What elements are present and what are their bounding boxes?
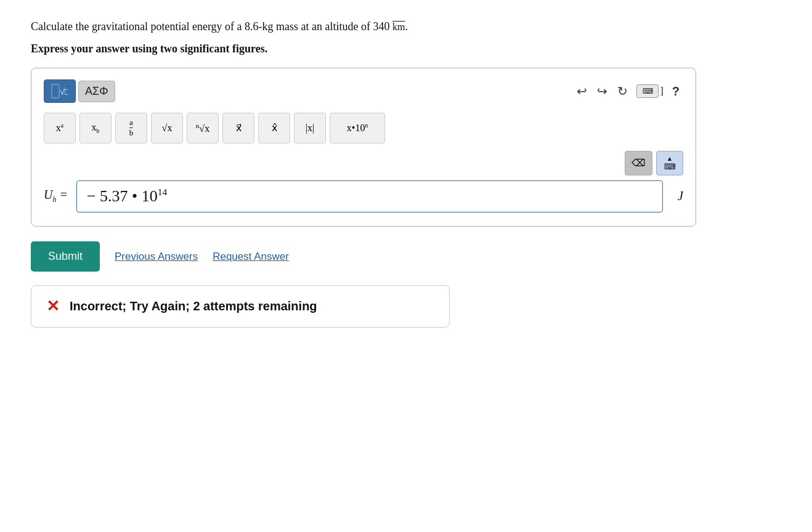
math-buttons-row: xa xb a b √x n√x x⃗ x̂ bbox=[44, 113, 683, 143]
answer-input[interactable]: − 5.37 • 1014 bbox=[76, 180, 663, 213]
refresh-icon: ↻ bbox=[617, 84, 628, 98]
request-answer-button[interactable]: Request Answer bbox=[213, 251, 289, 263]
hat-label: x̂ bbox=[272, 122, 277, 134]
backspace-icon: ⌫ bbox=[631, 157, 646, 169]
sci-notation-button[interactable]: x•10n bbox=[330, 113, 385, 143]
refresh-button[interactable]: ↻ bbox=[614, 81, 631, 101]
math-icon: √□ bbox=[51, 84, 68, 99]
subscript-button[interactable]: xb bbox=[79, 113, 112, 143]
undo-button[interactable]: ↩ bbox=[573, 81, 591, 101]
result-message: Incorrect; Try Again; 2 attempts remaini… bbox=[70, 299, 317, 313]
vector-button[interactable]: x⃗ bbox=[222, 113, 254, 143]
abs-label: |x| bbox=[306, 123, 314, 134]
power-button[interactable]: xa bbox=[44, 113, 76, 143]
subscript-label: xb bbox=[92, 122, 100, 134]
answer-container: √□ ΑΣΦ ↩ ↪ ↻ ⌨ ] ? xa xb bbox=[31, 68, 696, 227]
answer-value: − 5.37 • 1014 bbox=[87, 187, 167, 205]
toolbar: √□ ΑΣΦ ↩ ↪ ↻ ⌨ ] ? bbox=[44, 79, 683, 103]
math-mode-button[interactable]: √□ bbox=[44, 79, 76, 103]
power-label: xa bbox=[56, 122, 63, 134]
abs-button[interactable]: |x| bbox=[294, 113, 326, 143]
redo-button[interactable]: ↪ bbox=[593, 81, 611, 101]
submit-button[interactable]: Submit bbox=[31, 241, 100, 272]
sci-notation-label: x•10n bbox=[347, 122, 368, 134]
keyboard-toggle-icon: ▲ ⌨ bbox=[664, 155, 676, 171]
keyboard-toggle-button[interactable]: ▲ ⌨ bbox=[656, 151, 683, 175]
answer-input-row: Uh = − 5.37 • 1014 J bbox=[44, 180, 683, 213]
instruction-text: Express your answer using two significan… bbox=[31, 42, 781, 55]
hat-button[interactable]: x̂ bbox=[258, 113, 290, 143]
symbol-mode-button[interactable]: ΑΣΦ bbox=[78, 81, 115, 102]
variable-label: Uh = bbox=[44, 188, 68, 204]
help-button[interactable]: ? bbox=[668, 82, 683, 101]
help-icon: ? bbox=[672, 84, 680, 98]
fraction-button[interactable]: a b bbox=[115, 113, 147, 143]
question-text: Calculate the gravitational potential en… bbox=[31, 18, 781, 35]
delete-row: ⌫ ▲ ⌨ bbox=[44, 151, 683, 175]
result-box: ✕ Incorrect; Try Again; 2 attempts remai… bbox=[31, 285, 450, 328]
backspace-button[interactable]: ⌫ bbox=[625, 151, 652, 175]
unit-label: J bbox=[678, 189, 683, 203]
undo-icon: ↩ bbox=[577, 84, 587, 98]
fraction-label: a b bbox=[129, 118, 134, 138]
svg-text:√□: √□ bbox=[60, 87, 68, 97]
symbol-label: ΑΣΦ bbox=[85, 85, 108, 98]
sqrt-button[interactable]: √x bbox=[151, 113, 183, 143]
sqrt-label: √x bbox=[162, 123, 173, 134]
nth-root-button[interactable]: n√x bbox=[187, 113, 219, 143]
nth-root-label: n√x bbox=[196, 122, 209, 134]
actions-row: Submit Previous Answers Request Answer bbox=[31, 241, 781, 272]
redo-icon: ↪ bbox=[597, 84, 607, 98]
keyboard-icon-display: ⌨ ] bbox=[636, 84, 663, 98]
error-icon: ✕ bbox=[46, 297, 60, 316]
previous-answers-button[interactable]: Previous Answers bbox=[115, 251, 198, 263]
svg-rect-0 bbox=[52, 84, 59, 98]
vector-label: x⃗ bbox=[236, 122, 242, 134]
